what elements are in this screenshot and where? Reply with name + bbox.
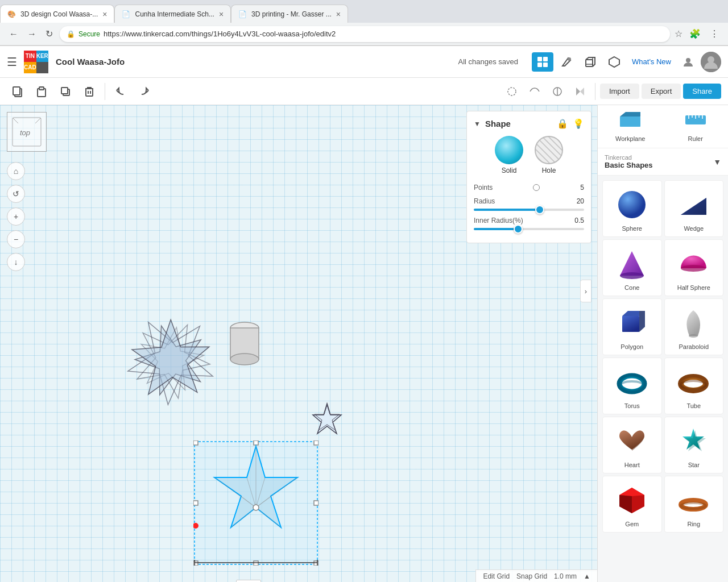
- svg-rect-42: [193, 440, 198, 445]
- tab-2-close[interactable]: ×: [219, 10, 224, 19]
- snap-grid-chevron[interactable]: ▲: [584, 572, 590, 580]
- radius-slider[interactable]: [474, 209, 584, 211]
- radius-thumb[interactable]: [535, 205, 544, 214]
- hamburger-button[interactable]: ☰: [7, 55, 17, 69]
- selected-star[interactable]: [193, 440, 318, 566]
- logo-tl: TIN: [24, 51, 36, 62]
- whats-new-button[interactable]: What's New: [627, 55, 676, 68]
- fit-view-button[interactable]: ↓: [7, 253, 25, 271]
- svg-marker-26: [580, 88, 584, 95]
- shape-item-torus[interactable]: Torus: [602, 357, 662, 414]
- bookmark-icon[interactable]: ☆: [675, 28, 682, 39]
- inner-radius-thumb[interactable]: [514, 225, 523, 234]
- home-view-button[interactable]: ⌂: [7, 162, 25, 180]
- svg-rect-18: [61, 88, 68, 94]
- extra2-icon: [677, 483, 711, 517]
- extra2-label: Ring: [687, 521, 700, 527]
- snap-grid-value[interactable]: 1.0 mm: [554, 572, 577, 580]
- tab-1[interactable]: 🎨 3D design Cool Waasa-... ×: [0, 5, 114, 23]
- cylinder: [228, 321, 262, 367]
- export-button[interactable]: Export: [642, 84, 681, 99]
- shape-item-paraboloid[interactable]: Paraboloid: [664, 298, 724, 355]
- solid-option[interactable]: Solid: [495, 136, 523, 174]
- svg-point-38: [230, 354, 259, 365]
- zoom-in-button[interactable]: +: [7, 207, 25, 226]
- avatar[interactable]: [701, 52, 721, 72]
- extensions-button[interactable]: 🧩: [687, 27, 703, 40]
- shape-item-tube[interactable]: Tube: [664, 357, 724, 414]
- points-dot: [533, 184, 540, 191]
- tab-3[interactable]: 📄 3D printing - Mr. Gasser ... ×: [231, 5, 348, 23]
- zoom-out-button[interactable]: −: [7, 230, 25, 248]
- tube-label: Tube: [686, 402, 701, 409]
- svg-point-78: [620, 272, 644, 279]
- snap-grid-label: Snap Grid: [516, 572, 547, 580]
- delete-button[interactable]: [78, 82, 100, 101]
- view-snap-button[interactable]: [547, 84, 568, 99]
- undo-button[interactable]: [110, 82, 131, 101]
- view-mirror-button[interactable]: [570, 84, 590, 99]
- panel-title: Basic Shapes: [605, 161, 713, 169]
- category-dropdown[interactable]: ▼: [713, 157, 721, 167]
- svg-marker-92: [619, 495, 632, 513]
- shape-panel-collapse[interactable]: ▼: [474, 120, 481, 128]
- shape-item-heart[interactable]: Heart: [602, 417, 662, 473]
- shape-item-extra1[interactable]: Gem: [602, 476, 662, 533]
- svg-rect-49: [314, 561, 318, 566]
- shape-item-star[interactable]: Star: [664, 417, 724, 473]
- shape-info-button[interactable]: 💡: [573, 118, 584, 129]
- shape-item-cone[interactable]: Cone: [602, 239, 662, 296]
- add-user-button[interactable]: +: [678, 52, 698, 72]
- svg-rect-0: [537, 57, 542, 61]
- torus-icon: [615, 365, 649, 399]
- hole-option[interactable]: Hole: [535, 136, 563, 174]
- shape-item-polygon[interactable]: Polygon: [602, 298, 662, 355]
- svg-marker-76: [681, 198, 706, 215]
- duplicate-button[interactable]: [55, 82, 76, 101]
- view-align-button[interactable]: [524, 84, 545, 99]
- points-label: Points: [474, 184, 493, 192]
- inner-radius-value: 0.5: [574, 217, 584, 225]
- paraboloid-icon: [677, 306, 711, 340]
- edit-grid-label[interactable]: Edit Grid: [483, 572, 510, 580]
- copy-button[interactable]: [7, 82, 28, 101]
- tab-1-title: 3D design Cool Waasa-...: [20, 10, 98, 18]
- menu-button[interactable]: ⋮: [708, 27, 721, 40]
- svg-rect-47: [193, 561, 198, 566]
- tab-2[interactable]: 📄 Cunha Intermediate Sch... ×: [114, 5, 231, 23]
- box-view-button[interactable]: [580, 52, 601, 72]
- hole-label: Hole: [542, 167, 556, 174]
- import-button[interactable]: Import: [600, 84, 639, 99]
- canvas-area[interactable]: top ⌂ ↺ + − ↓ ▼ Shape 🔒 💡: [0, 105, 597, 582]
- ruler-tool[interactable]: Ruler: [663, 105, 729, 148]
- reload-button[interactable]: ↻: [43, 27, 55, 40]
- svg-text:top: top: [20, 128, 30, 137]
- shape-item-halfsphere[interactable]: Half Sphere: [664, 239, 724, 296]
- redo-button[interactable]: [134, 82, 155, 101]
- inner-radius-slider[interactable]: [474, 228, 584, 230]
- app-header: ☰ TIN KER CAD Cool Waasa-Jofo All change…: [0, 46, 728, 78]
- sphere-label: Sphere: [622, 225, 642, 232]
- svg-rect-45: [193, 501, 198, 505]
- grid-view-button[interactable]: [532, 52, 553, 72]
- code-view-button[interactable]: [603, 52, 625, 72]
- share-button[interactable]: Share: [683, 84, 721, 99]
- star-icon: [677, 424, 711, 458]
- address-input[interactable]: 🔒 Secure https://www.tinkercad.com/thing…: [60, 26, 670, 42]
- orbit-button[interactable]: ↺: [7, 185, 25, 203]
- tab-3-close[interactable]: ×: [336, 10, 341, 19]
- workplane-tool[interactable]: Workplane: [598, 105, 663, 148]
- forward-button[interactable]: →: [25, 28, 39, 40]
- tab-1-close[interactable]: ×: [102, 10, 107, 19]
- shape-item-extra2[interactable]: Ring: [664, 476, 724, 533]
- shape-item-wedge[interactable]: Wedge: [664, 180, 724, 237]
- secure-label: Secure: [78, 30, 100, 38]
- shape-item-sphere[interactable]: Sphere: [602, 180, 662, 237]
- tools-view-button[interactable]: [556, 52, 577, 72]
- svg-marker-39: [313, 404, 341, 434]
- panel-collapse-handle[interactable]: ›: [580, 280, 592, 302]
- shape-lock-button[interactable]: 🔒: [557, 118, 568, 129]
- view-normal-button[interactable]: [502, 84, 522, 99]
- back-button[interactable]: ←: [7, 28, 20, 40]
- paste-button[interactable]: [31, 82, 52, 101]
